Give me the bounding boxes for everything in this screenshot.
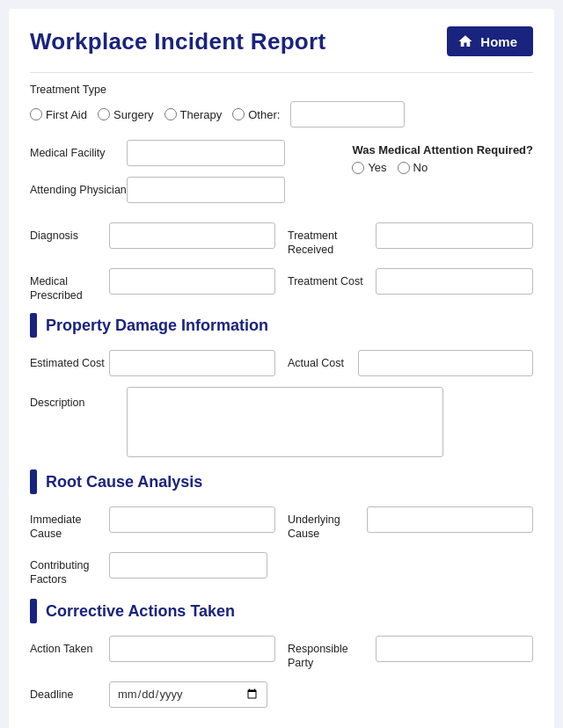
description-textarea[interactable] [127,387,443,457]
no-label: No [413,161,428,174]
other-option[interactable]: Other: [232,108,280,121]
property-damage-title: Property Damage Information [46,317,268,335]
action-taken-label: Action Taken [30,636,109,656]
root-cause-title: Root Cause Analysis [46,473,202,491]
contributing-factors-label: Contributing Factors [30,552,109,587]
treatment-cost-block: Treatment Cost [288,268,533,295]
page-container: Workplace Incident Report Home Treatment… [9,9,554,728]
next-button[interactable]: Next > [494,725,533,729]
no-option[interactable]: No [398,161,428,174]
responsible-party-input[interactable] [376,636,533,662]
treatment-type-section: Treatment Type First Aid Surgery Therapy… [30,84,533,127]
action-taken-input[interactable] [109,636,275,662]
action-responsible-row: Action Taken Responsible Party [30,636,533,671]
surgery-label: Surgery [113,108,154,121]
diagnosis-treatment-row: Diagnosis Treatment Received [30,222,533,258]
medical-attention-radio-group: Yes No [352,161,533,174]
deadline-input[interactable] [109,681,267,708]
first-aid-radio[interactable] [30,108,42,120]
first-aid-option[interactable]: First Aid [30,108,87,121]
contributing-factors-group: Contributing Factors [30,552,533,587]
medical-attention-title: Was Medical Attention Required? [352,143,533,157]
estimated-cost-block: Estimated Cost [30,350,275,376]
description-group: Description [30,387,533,457]
back-button[interactable]: < Back [30,725,73,729]
responsible-party-block: Responsible Party [288,636,533,671]
therapy-option[interactable]: Therapy [165,108,223,121]
therapy-radio[interactable] [165,108,177,120]
home-button-label: Home [480,34,517,49]
first-aid-label: First Aid [46,108,87,121]
surgery-option[interactable]: Surgery [98,108,154,121]
property-damage-section-header: Property Damage Information [30,313,533,338]
no-radio[interactable] [398,162,410,174]
corrective-actions-bar [30,599,37,623]
medical-prescribed-block: Medical Prescribed [30,268,275,303]
immediate-cause-label: Immediate Cause [30,506,109,542]
diagnosis-input[interactable] [109,222,275,249]
treatment-cost-label: Treatment Cost [288,268,376,288]
medical-facility-input[interactable] [127,140,285,166]
header-divider [30,72,533,73]
medical-facility-label: Medical Facility [30,140,127,160]
treatment-type-radio-group: First Aid Surgery Therapy Other: [30,101,533,127]
estimated-cost-label: Estimated Cost [30,350,109,370]
treatment-cost-input[interactable] [376,268,533,295]
action-taken-block: Action Taken [30,636,275,662]
medical-facility-group: Medical Facility [30,140,338,166]
estimated-cost-input[interactable] [109,350,275,376]
other-text-input[interactable] [290,101,405,127]
medical-attention-box: Was Medical Attention Required? Yes No [345,140,533,174]
root-cause-bar [30,470,37,494]
deadline-group: Deadline [30,681,533,708]
treatment-received-input[interactable] [376,222,533,249]
medical-prescribed-cost-row: Medical Prescribed Treatment Cost [30,268,533,303]
medical-prescribed-input[interactable] [109,268,275,295]
home-button[interactable]: Home [447,26,533,56]
surgery-radio[interactable] [98,108,110,120]
deadline-label: Deadline [30,681,109,702]
therapy-label: Therapy [180,108,223,121]
diagnosis-block: Diagnosis [30,222,275,249]
root-cause-section-header: Root Cause Analysis [30,470,533,494]
responsible-party-label: Responsible Party [288,636,376,671]
corrective-actions-title: Corrective Actions Taken [46,602,235,621]
underlying-cause-input[interactable] [367,506,533,533]
page-title: Workplace Incident Report [30,28,325,55]
immediate-cause-block: Immediate Cause [30,506,275,542]
yes-radio[interactable] [352,162,364,174]
actual-cost-label: Actual Cost [288,350,358,370]
immediate-cause-input[interactable] [109,506,275,533]
treatment-received-label: Treatment Received [288,222,376,258]
other-label: Other: [248,108,280,121]
actual-cost-input[interactable] [358,350,533,376]
footer: < Back Next > [30,725,533,729]
attending-physician-input[interactable] [127,177,285,203]
treatment-received-block: Treatment Received [288,222,533,258]
property-damage-bar [30,313,37,338]
treatment-type-label: Treatment Type [30,84,533,96]
diagnosis-label: Diagnosis [30,222,109,243]
cost-row: Estimated Cost Actual Cost [30,350,533,376]
underlying-cause-label: Underlying Cause [288,506,367,542]
home-icon [457,33,473,49]
header: Workplace Incident Report Home [30,26,533,56]
cause-row: Immediate Cause Underlying Cause [30,506,533,542]
medical-prescribed-label: Medical Prescribed [30,268,109,303]
yes-option[interactable]: Yes [352,161,386,174]
corrective-actions-section-header: Corrective Actions Taken [30,599,533,623]
yes-label: Yes [368,161,386,174]
actual-cost-block: Actual Cost [288,350,533,376]
contributing-factors-input[interactable] [109,552,267,579]
attending-physician-group: Attending Physician [30,177,338,203]
description-label: Description [30,387,127,410]
other-radio[interactable] [232,108,245,120]
attending-physician-label: Attending Physician [30,177,127,197]
underlying-cause-block: Underlying Cause [288,506,533,542]
